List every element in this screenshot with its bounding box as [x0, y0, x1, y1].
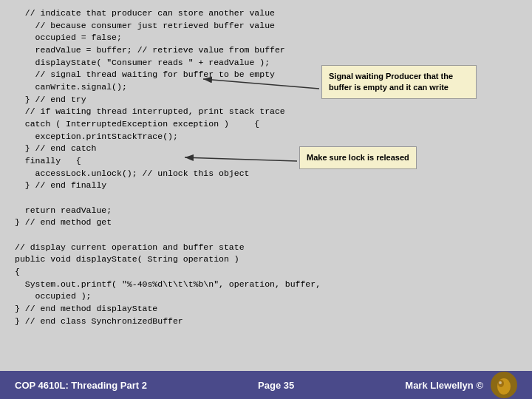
code-line: } // end method displayState: [15, 303, 517, 316]
code-line: readValue = buffer; // retrieve value fr…: [15, 44, 517, 57]
code-line: {: [15, 266, 517, 279]
code-line: // because consumer just retrieved buffe…: [15, 20, 517, 33]
code-line: accessLock.unlock(); // unlock this obje…: [15, 168, 517, 180]
footer: COP 4610L: Threading Part 2 Page 35 Mark…: [0, 371, 532, 399]
code-line: [15, 229, 517, 242]
svg-point-7: [499, 381, 502, 384]
footer-right-group: Mark Llewellyn ©: [405, 372, 517, 398]
code-line: } // end method get: [15, 216, 517, 229]
main-content: // indicate that producer can store anot…: [0, 0, 532, 371]
code-line: System.out.printf( "%-40s%d\t\t\t%b\n", …: [15, 279, 517, 291]
code-line: // indicate that producer can store anot…: [15, 7, 517, 20]
code-line: } // end class SynchronizedBuffer: [15, 316, 517, 328]
slide-container: // indicate that producer can store anot…: [0, 0, 532, 399]
code-line: finally {: [15, 155, 517, 168]
code-line: occupied = false;: [15, 32, 517, 44]
code-line: } // end catch: [15, 143, 517, 155]
footer-author: Mark Llewellyn ©: [405, 380, 483, 391]
annotation-signal-producer: Signal waiting Producer that the buffer …: [321, 65, 477, 99]
code-line: return readValue;: [15, 205, 517, 217]
code-line: exception.printStackTrace();: [15, 131, 517, 143]
footer-course-title: COP 4610L: Threading Part 2: [15, 380, 147, 391]
code-line: occupied );: [15, 290, 517, 303]
code-line: [15, 192, 517, 205]
footer-logo: [491, 372, 517, 398]
footer-page-number: Page 35: [258, 380, 294, 391]
code-line: // display current operation and buffer …: [15, 242, 517, 254]
code-line: // if waiting thread interrupted, print …: [15, 106, 517, 118]
code-block: // indicate that producer can store anot…: [15, 7, 517, 364]
annotation-lock-released: Make sure lock is released: [299, 146, 417, 169]
code-line: catch ( InterruptedException exception )…: [15, 118, 517, 131]
code-line: public void displayState( String operati…: [15, 253, 517, 266]
code-line: } // end finally: [15, 180, 517, 192]
